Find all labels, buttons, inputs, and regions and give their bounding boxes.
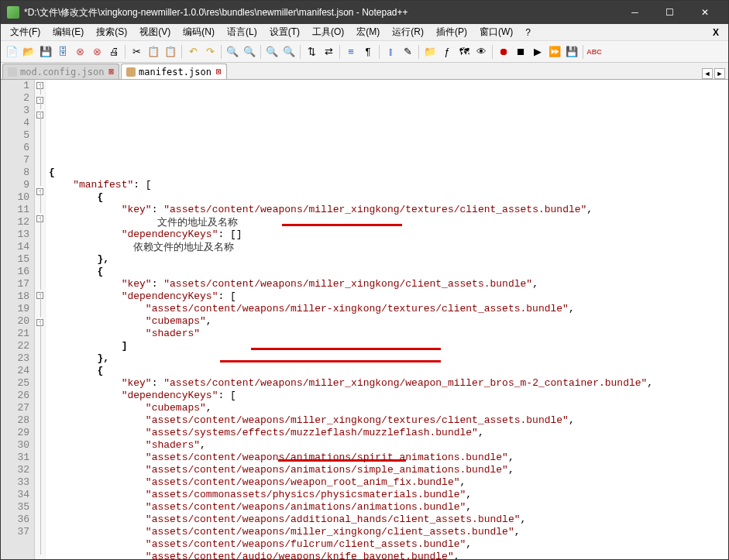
play-icon[interactable]: ▶ bbox=[530, 44, 545, 60]
code-area[interactable]: { "manifest": [ { "key": "assets/content… bbox=[46, 80, 728, 559]
show-all-chars-icon[interactable]: ¶ bbox=[360, 44, 376, 60]
stop-icon[interactable]: ⏹ bbox=[513, 44, 528, 60]
menu-window[interactable]: 窗口(W) bbox=[473, 24, 519, 40]
code-line[interactable]: "assets/content/weapons/weapon_root_anim… bbox=[49, 476, 728, 489]
find-icon[interactable]: 🔍 bbox=[225, 44, 240, 60]
zoom-in-icon[interactable]: 🔍 bbox=[264, 44, 280, 60]
menu-tools[interactable]: 工具(O) bbox=[306, 24, 350, 40]
code-line[interactable]: "assets/content/weapons/miller_xingkong/… bbox=[49, 526, 728, 538]
code-line[interactable]: "cubemaps", bbox=[49, 315, 728, 328]
code-line[interactable]: "manifest": [ bbox=[49, 179, 728, 191]
paste-icon[interactable]: 📋 bbox=[163, 44, 178, 60]
menu-search[interactable]: 搜索(S) bbox=[90, 24, 133, 40]
code-line[interactable]: "key": "assets/content/weapons/miller_xi… bbox=[49, 278, 728, 290]
titlebar: *D:\文件\修改文件\xingkong-newmiller-1.0.0\res… bbox=[1, 1, 728, 24]
code-line[interactable]: "key": "assets/content/weapons/miller_xi… bbox=[49, 204, 728, 216]
code-line[interactable]: "assets/content/weapons/animations/spiri… bbox=[49, 452, 728, 464]
menu-edit[interactable]: 编辑(E) bbox=[46, 24, 90, 40]
menu-plugins[interactable]: 插件(P) bbox=[430, 24, 473, 40]
indent-guide-icon[interactable]: ⫿ bbox=[383, 44, 398, 60]
monitor-icon[interactable]: 👁 bbox=[473, 44, 489, 60]
fold-gutter[interactable]: ------- bbox=[35, 80, 46, 559]
code-line[interactable]: "dependencyKeys": [] bbox=[49, 228, 728, 241]
save-icon[interactable]: 💾 bbox=[38, 44, 53, 60]
window-title: *D:\文件\修改文件\xingkong-newmiller-1.0.0\res… bbox=[24, 6, 617, 19]
code-line[interactable]: ] bbox=[49, 340, 728, 352]
code-line[interactable]: 依赖文件的地址及名称 bbox=[49, 241, 728, 253]
code-line[interactable]: "shaders" bbox=[49, 328, 728, 340]
line-number-gutter: 1234567891011121314151617181920212223242… bbox=[1, 80, 35, 559]
sync-v-icon[interactable]: ⇅ bbox=[304, 44, 319, 60]
menu-language[interactable]: 语言(L) bbox=[221, 24, 263, 40]
save-all-icon[interactable]: 🗄 bbox=[55, 44, 70, 60]
print-icon[interactable]: 🖨 bbox=[106, 44, 122, 60]
play-multi-icon[interactable]: ⏩ bbox=[547, 44, 562, 60]
toolbar: 📄 📂 💾 🗄 ⊗ ⊗ 🖨 ✂ 📋 📋 ↶ ↷ 🔍 🔍 🔍 🔍 ⇅ ⇄ ≡ ¶ … bbox=[1, 41, 728, 63]
menu-close-x[interactable]: X bbox=[707, 27, 725, 38]
code-line[interactable]: "cubemaps", bbox=[49, 402, 728, 414]
close-file-icon[interactable]: ⊗ bbox=[72, 44, 88, 60]
doc-map-icon[interactable]: 🗺 bbox=[456, 44, 472, 60]
code-line[interactable]: "assets/content/weapons/miller-xingkong/… bbox=[49, 303, 728, 315]
folder-doc-icon[interactable]: 📁 bbox=[422, 44, 438, 60]
code-line[interactable]: { bbox=[49, 191, 728, 204]
new-file-icon[interactable]: 📄 bbox=[4, 44, 19, 60]
close-window-button[interactable]: ✕ bbox=[687, 1, 722, 24]
code-line[interactable]: "assets/systems/effects/muzzleflash/muzz… bbox=[49, 427, 728, 439]
tab-mod-config[interactable]: mod.config.json ⊠ bbox=[2, 64, 119, 79]
maximize-button[interactable]: ☐ bbox=[652, 1, 687, 24]
close-all-icon[interactable]: ⊗ bbox=[89, 44, 105, 60]
menu-file[interactable]: 文件(F) bbox=[4, 24, 46, 40]
tab-manifest[interactable]: manifest.json ⊠ bbox=[121, 64, 227, 79]
code-line[interactable]: "assets/commonassets/physics/physicsmate… bbox=[49, 489, 728, 501]
code-line[interactable]: 文件的地址及名称 bbox=[49, 216, 728, 228]
minimize-button[interactable]: ─ bbox=[617, 1, 652, 24]
zoom-out-icon[interactable]: 🔍 bbox=[281, 44, 297, 60]
menubar: 文件(F) 编辑(E) 搜索(S) 视图(V) 编码(N) 语言(L) 设置(T… bbox=[1, 24, 728, 41]
code-line[interactable]: "assets/content/audio/weapons/knife_bayo… bbox=[49, 551, 728, 559]
menu-run[interactable]: 运行(R) bbox=[386, 24, 430, 40]
save-macro-icon[interactable]: 💾 bbox=[564, 44, 579, 60]
code-line[interactable]: "key": "assets/content/weapons/miller_xi… bbox=[49, 377, 728, 390]
code-line[interactable]: { bbox=[49, 167, 728, 179]
code-line[interactable]: "assets/content/weapons/fulcrum/client_a… bbox=[49, 538, 728, 551]
redo-icon[interactable]: ↷ bbox=[202, 44, 218, 60]
code-line[interactable]: }, bbox=[49, 253, 728, 266]
code-line[interactable]: { bbox=[49, 365, 728, 377]
code-editor[interactable]: 1234567891011121314151617181920212223242… bbox=[1, 80, 728, 559]
open-file-icon[interactable]: 📂 bbox=[21, 44, 36, 60]
menu-settings[interactable]: 设置(T) bbox=[263, 24, 306, 40]
code-line[interactable]: "shaders", bbox=[49, 439, 728, 452]
cut-icon[interactable]: ✂ bbox=[129, 44, 144, 60]
file-icon bbox=[8, 67, 17, 77]
tabbar: mod.config.json ⊠ manifest.json ⊠ ◄ ► bbox=[1, 63, 728, 80]
wordwrap-icon[interactable]: ≡ bbox=[343, 44, 359, 60]
menu-help[interactable]: ? bbox=[519, 26, 537, 40]
spellcheck-icon[interactable]: ABC bbox=[586, 44, 602, 60]
replace-icon[interactable]: 🔍 bbox=[242, 44, 257, 60]
menu-view[interactable]: 视图(V) bbox=[133, 24, 177, 40]
tab-close-icon[interactable]: ⊠ bbox=[216, 67, 222, 77]
code-line[interactable]: { bbox=[49, 266, 728, 278]
code-line[interactable]: }, bbox=[49, 352, 728, 365]
code-line[interactable]: "dependencyKeys": [ bbox=[49, 390, 728, 402]
tab-label: mod.config.json bbox=[20, 67, 104, 77]
tab-prev-button[interactable]: ◄ bbox=[702, 68, 713, 79]
code-line[interactable]: "dependencyKeys": [ bbox=[49, 290, 728, 303]
menu-macro[interactable]: 宏(M) bbox=[350, 24, 386, 40]
code-line[interactable]: "assets/content/weapons/animations/anima… bbox=[49, 501, 728, 514]
copy-icon[interactable]: 📋 bbox=[146, 44, 161, 60]
tab-close-icon[interactable]: ⊠ bbox=[108, 67, 114, 77]
sync-h-icon[interactable]: ⇄ bbox=[321, 44, 336, 60]
file-modified-icon bbox=[126, 67, 136, 77]
user-lang-icon[interactable]: ✎ bbox=[400, 44, 415, 60]
record-icon[interactable]: ⏺ bbox=[496, 44, 511, 60]
function-list-icon[interactable]: ƒ bbox=[439, 44, 455, 60]
code-line[interactable]: "assets/content/weapons/additional_hands… bbox=[49, 514, 728, 526]
tab-next-button[interactable]: ► bbox=[714, 68, 725, 79]
undo-icon[interactable]: ↶ bbox=[185, 44, 201, 60]
code-line[interactable]: "assets/content/weapons/miller_xingkong/… bbox=[49, 414, 728, 427]
menu-encoding[interactable]: 编码(N) bbox=[177, 24, 221, 40]
tab-label: manifest.json bbox=[139, 67, 211, 77]
code-line[interactable]: "assets/content/weapons/animations/simpl… bbox=[49, 464, 728, 476]
